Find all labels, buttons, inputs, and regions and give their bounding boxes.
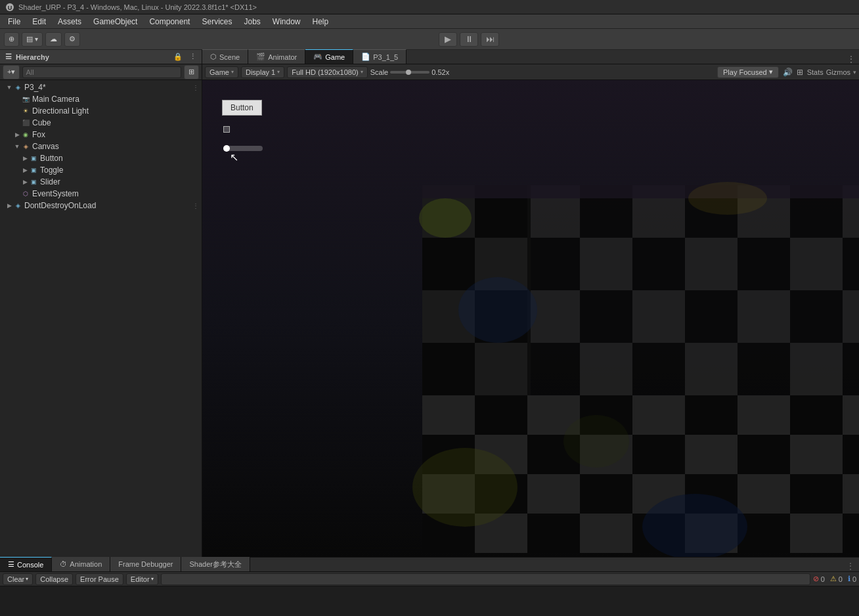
hier-item-canvas[interactable]: ▼ ◈ Canvas bbox=[0, 141, 202, 152]
step-button[interactable]: ⏭ bbox=[481, 32, 499, 47]
hierarchy-lock-icon[interactable]: 🔒 bbox=[173, 53, 183, 61]
svg-point-124 bbox=[458, 277, 537, 343]
editor-dropdown[interactable]: Editor ▾ bbox=[126, 573, 158, 585]
play-button[interactable]: ▶ bbox=[439, 32, 457, 47]
menu-jobs[interactable]: Jobs bbox=[238, 16, 265, 28]
hier-item-dirlight[interactable]: ☀ Directional Light bbox=[0, 105, 202, 117]
clear-btn[interactable]: Clear ▾ bbox=[3, 573, 33, 585]
hier-label-fox: Fox bbox=[32, 130, 45, 139]
bottom-tab-animation[interactable]: ⏱ Animation bbox=[52, 557, 110, 571]
resolution-arrow: ▾ bbox=[361, 69, 363, 75]
hier-item-slider[interactable]: ▶ ▣ Slider bbox=[0, 176, 202, 188]
grid-icon[interactable]: ⊞ bbox=[797, 68, 803, 77]
menu-edit[interactable]: Edit bbox=[27, 16, 51, 28]
bottom-tab-shader[interactable]: Shader参考大全 bbox=[181, 557, 250, 571]
console-label: Console bbox=[17, 561, 43, 569]
hier-dots-p34[interactable]: ⋮ bbox=[192, 84, 199, 91]
mute-icon[interactable]: 🔊 bbox=[783, 68, 793, 77]
svg-rect-40 bbox=[790, 290, 843, 343]
hier-item-toggle[interactable]: ▶ ▣ Toggle bbox=[0, 164, 202, 176]
gizmos-arrow[interactable]: ▾ bbox=[853, 69, 856, 76]
hierarchy-panel: ☰ Hierarchy 🔒 ⋮ +▾ ⊞ ▼ ◈ P3_4* ⋮ 📷 Main … bbox=[0, 50, 202, 557]
bottom-tab-bar: ☰ Console ⏱ Animation Frame Debugger Sha… bbox=[0, 558, 859, 572]
hierarchy-search[interactable] bbox=[22, 66, 181, 78]
canvas-icon: ◈ bbox=[21, 142, 30, 151]
display-dropdown[interactable]: Display 1 ▾ bbox=[241, 66, 284, 78]
menu-gameobject[interactable]: GameObject bbox=[88, 16, 143, 28]
menu-file[interactable]: File bbox=[3, 16, 26, 28]
console-search[interactable] bbox=[161, 573, 810, 585]
resolution-dropdown[interactable]: Full HD (1920x1080) ▾ bbox=[287, 66, 368, 78]
collapse-btn[interactable]: Collapse bbox=[35, 573, 73, 585]
hierarchy-add-btn[interactable]: +▾ bbox=[3, 65, 20, 79]
hierarchy-dots-icon[interactable]: ⋮ bbox=[189, 53, 196, 61]
menu-assets[interactable]: Assets bbox=[53, 16, 87, 28]
svg-rect-38 bbox=[685, 290, 738, 343]
cube-icon: ⬛ bbox=[21, 118, 30, 127]
error-badge[interactable]: ⊘ 0 bbox=[813, 575, 825, 583]
menu-help[interactable]: Help bbox=[307, 16, 334, 28]
bottom-tab-console[interactable]: ☰ Console bbox=[0, 557, 52, 571]
editor-label: Editor bbox=[131, 575, 150, 583]
tab-more-btn[interactable]: ⋮ bbox=[843, 55, 859, 64]
hier-label-cube: Cube bbox=[32, 118, 51, 127]
svg-rect-60 bbox=[475, 395, 527, 435]
settings-btn[interactable]: ⚙ bbox=[64, 32, 80, 47]
svg-point-126 bbox=[642, 494, 747, 557]
hier-item-button[interactable]: ▶ ▣ Button bbox=[0, 152, 202, 164]
tab-game[interactable]: 🎮 Game bbox=[305, 49, 353, 64]
slider-icon: ▣ bbox=[29, 177, 38, 187]
hier-item-fox[interactable]: ▶ ◉ Fox bbox=[0, 129, 202, 141]
svg-point-120 bbox=[688, 182, 767, 215]
tab-p315[interactable]: 📄 P3_1_5 bbox=[353, 49, 407, 64]
svg-rect-98 bbox=[580, 514, 632, 553]
cloud-btn[interactable]: ☁ bbox=[45, 32, 62, 47]
svg-rect-25 bbox=[632, 238, 685, 290]
hier-item-cube[interactable]: ⬛ Cube bbox=[0, 117, 202, 129]
hier-label-dirlight: Directional Light bbox=[32, 106, 89, 116]
bottom-tab-more[interactable]: ⋮ bbox=[842, 561, 859, 571]
hierarchy-filter-btn[interactable]: ⊞ bbox=[184, 65, 199, 79]
hier-dots-dontdestroy[interactable]: ⋮ bbox=[192, 202, 199, 209]
play-focused-arrow: ▾ bbox=[769, 68, 773, 76]
hier-item-eventsystem[interactable]: ⬡ EventSystem bbox=[0, 188, 202, 200]
animation-icon: ⏱ bbox=[60, 560, 67, 568]
warning-badge[interactable]: ⚠ 0 bbox=[830, 575, 843, 583]
svg-rect-103 bbox=[843, 514, 859, 553]
hier-item-p34[interactable]: ▼ ◈ P3_4* ⋮ bbox=[0, 81, 202, 93]
gizmos-btn[interactable]: Gizmos bbox=[826, 68, 850, 76]
bottom-panels: ☰ Console ⏱ Animation Frame Debugger Sha… bbox=[0, 557, 859, 616]
toggle-checkbox[interactable] bbox=[223, 126, 230, 133]
hier-item-maincamera[interactable]: 📷 Main Camera bbox=[0, 93, 202, 105]
menu-services[interactable]: Services bbox=[196, 16, 237, 28]
tab-scene[interactable]: ⬡ Scene bbox=[202, 49, 248, 64]
move-tool-btn[interactable]: ⊕ bbox=[4, 32, 19, 47]
pause-button[interactable]: ⏸ bbox=[460, 32, 478, 47]
fox-icon: ◉ bbox=[21, 130, 30, 139]
hier-item-dontdestroy[interactable]: ▶ ◈ DontDestroyOnLoad ⋮ bbox=[0, 200, 202, 211]
info-badge[interactable]: ℹ 0 bbox=[848, 575, 856, 583]
svg-point-121 bbox=[412, 448, 518, 527]
game-ui-toggle[interactable] bbox=[223, 126, 232, 133]
game-ui-slider[interactable] bbox=[223, 146, 263, 151]
svg-rect-66 bbox=[790, 395, 843, 435]
scale-slider[interactable] bbox=[390, 71, 430, 74]
stats-btn[interactable]: Stats bbox=[807, 68, 824, 76]
hier-label-p34: P3_4* bbox=[24, 83, 46, 92]
info-badge-count: 0 bbox=[852, 575, 856, 583]
animation-label: Animation bbox=[70, 560, 102, 568]
title-bar: U Shader_URP - P3_4 - Windows, Mac, Linu… bbox=[0, 0, 859, 14]
error-pause-btn[interactable]: Error Pause bbox=[76, 573, 123, 585]
game-view-dropdown[interactable]: Game ▾ bbox=[205, 66, 238, 78]
menu-component[interactable]: Component bbox=[144, 16, 195, 28]
scale-container: Scale 0.52x bbox=[370, 68, 449, 76]
menu-window[interactable]: Window bbox=[267, 16, 306, 28]
play-focused-btn[interactable]: Play Focused ▾ bbox=[717, 66, 779, 78]
tab-animator[interactable]: 🎬 Animator bbox=[248, 49, 305, 64]
toolbar-layers[interactable]: ▤ ▾ bbox=[22, 32, 43, 47]
bottom-tab-framedebugger[interactable]: Frame Debugger bbox=[110, 557, 181, 571]
hierarchy-content: ▼ ◈ P3_4* ⋮ 📷 Main Camera ☀ Directional … bbox=[0, 80, 202, 557]
animator-tab-label: Animator bbox=[268, 53, 297, 61]
game-ui-button[interactable]: Button bbox=[222, 100, 262, 116]
svg-rect-39 bbox=[738, 290, 790, 343]
